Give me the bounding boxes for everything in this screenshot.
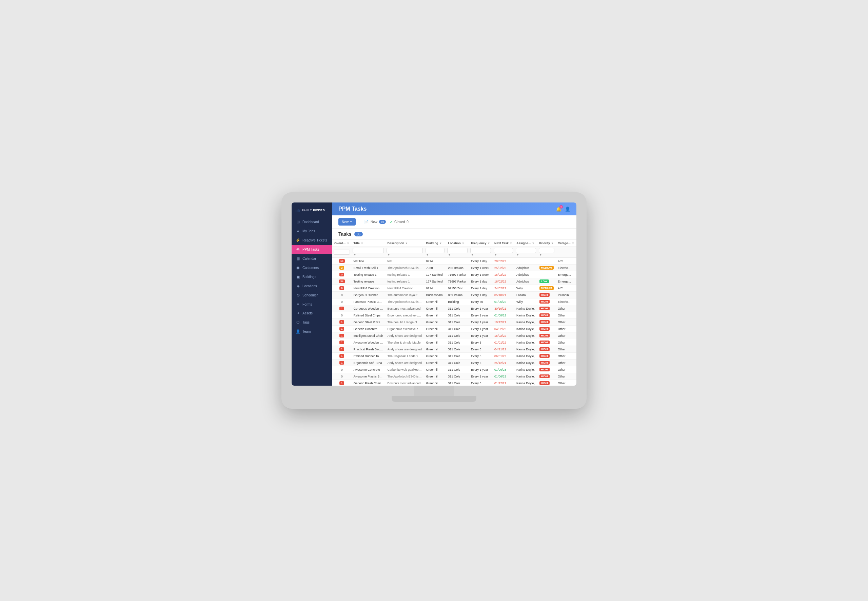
next-task-date[interactable]: 28/02/22 (494, 259, 506, 263)
table-row[interactable]: 1 Generic Steel Pizza The beautiful rang… (332, 319, 576, 326)
sidebar-item-forms[interactable]: ≡ Forms (292, 300, 332, 309)
notification-icon[interactable]: 🔔 0 (556, 207, 562, 212)
filter-description-input[interactable] (387, 248, 422, 253)
filter-icon: ▼ (448, 253, 451, 256)
next-task-date[interactable]: 16/02/22 (494, 273, 506, 276)
next-task-date[interactable]: 30/10/21 (494, 307, 506, 310)
table-row[interactable]: 1 Awesome Wooden Shirt The slim & simple… (332, 339, 576, 346)
priority-badge: HIGH (539, 354, 550, 358)
table-row[interactable]: 1 Generic Concrete Salad Ergonomic execu… (332, 326, 576, 333)
cell-overdue: 34 (332, 278, 351, 285)
circle-icon: ◎ (295, 247, 300, 252)
cell-building: Greenhill (424, 373, 446, 380)
filter-category[interactable] (556, 247, 576, 258)
next-task-date[interactable]: 04/02/22 (494, 327, 506, 331)
filter-title[interactable]: ▼ (351, 247, 385, 258)
tab-new[interactable]: 📄 New 36 (364, 220, 386, 224)
table-row[interactable]: 1 Refined Rubber Towels The Nagasaki Lan… (332, 353, 576, 360)
cell-title: Awesome Wooden Shirt (351, 339, 385, 346)
sidebar-item-reactive-tickets[interactable]: ⚡ Reactive Tickets (292, 236, 332, 245)
cell-next-task: 25/02/22 (492, 265, 514, 272)
sidebar-item-assets[interactable]: ✦ Assets (292, 309, 332, 318)
filter-assignee[interactable]: ▼ (514, 247, 538, 258)
next-task-date[interactable]: 04/11/21 (494, 348, 506, 351)
table-row[interactable]: 2 Small Fresh Ball 1 The Apollotech B340… (332, 265, 576, 272)
sidebar-item-locations[interactable]: ◈ Locations (292, 282, 332, 291)
next-task-date[interactable]: 24/02/22 (494, 287, 506, 290)
sidebar-item-customers[interactable]: ◉ Customers (292, 263, 332, 272)
next-task-date[interactable]: 16/02/22 (494, 334, 506, 337)
th-next-task: Next Task▼ (492, 240, 514, 247)
sidebar-item-calendar[interactable]: ▦ Calendar (292, 254, 332, 263)
filter-overdue[interactable] (332, 247, 351, 258)
cell-next-task: 16/02/22 (492, 272, 514, 278)
filter-next-task-input[interactable] (494, 248, 513, 253)
table-row[interactable]: 0 Fantastic Plastic Chips The Apollotech… (332, 299, 576, 305)
table-row[interactable]: 0 Awesome Plastic Soap The Apollotech B3… (332, 373, 576, 380)
cell-location: 256 Brakus (446, 265, 469, 272)
user-icon[interactable]: 👤 (565, 207, 570, 212)
next-task-date[interactable]: 01/06/23 (494, 375, 506, 378)
sidebar-item-scheduler[interactable]: ⊙ Scheduler (292, 291, 332, 300)
overdue-badge: 1 (340, 307, 344, 310)
cell-next-task: 06/01/22 (492, 353, 514, 360)
sidebar-item-ppm-tasks[interactable]: ◎ PPM Tasks (292, 245, 332, 254)
table-row[interactable]: 5 Testing release 1 testing release 1 12… (332, 272, 576, 278)
filter-title-input[interactable] (353, 248, 384, 253)
filter-priority[interactable]: ▼ (538, 247, 556, 258)
wrench-icon: ✦ (295, 311, 300, 316)
filter-description[interactable]: ▼ (385, 247, 424, 258)
filter-location[interactable]: ▼ (446, 247, 469, 258)
priority-badge: HIGH (539, 347, 550, 351)
next-task-date[interactable]: 25/02/22 (494, 266, 506, 270)
cell-overdue: 2 (332, 265, 351, 272)
filter-assignee-input[interactable] (516, 248, 536, 253)
cell-priority: HIGH (538, 305, 556, 312)
cell-category: Other (556, 353, 576, 360)
filter-location-input[interactable] (447, 248, 468, 253)
cell-priority: HIGH (538, 339, 556, 346)
filter-frequency[interactable]: ▼ (469, 247, 492, 258)
sidebar-item-buildings[interactable]: ▣ Buildings (292, 272, 332, 282)
filter-overdue-input[interactable] (333, 250, 350, 255)
table-row[interactable]: 1 Intelligent Metal Chair Andy shoes are… (332, 333, 576, 339)
table-row[interactable]: 13 test title test 0214 Every 1 day 28/0… (332, 258, 576, 265)
sidebar-item-tags[interactable]: ⬡ Tags (292, 318, 332, 327)
next-task-date[interactable]: 06/01/22 (494, 354, 506, 358)
next-task-date[interactable]: 25/12/21 (494, 361, 506, 365)
sidebar-item-my-jobs[interactable]: ★ My Jobs (292, 227, 332, 236)
tab-closed[interactable]: ✔ Closed 0 (390, 220, 408, 224)
next-task-date[interactable]: 01/12/21 (494, 381, 506, 385)
filter-building-input[interactable] (425, 248, 445, 253)
next-task-date[interactable]: 01/06/22 (494, 300, 506, 304)
table-row[interactable]: 1 Generic Fresh Chair Boston's most adva… (332, 380, 576, 386)
table-row[interactable]: 34 Testing release testing release 1 127… (332, 278, 576, 285)
next-task-date[interactable]: 01/08/22 (494, 314, 506, 317)
sidebar-item-dashboard[interactable]: ⊞ Dashboard (292, 217, 332, 227)
notification-badge: 0 (559, 205, 563, 209)
table-row[interactable]: 1 Ergonomic Soft Tuna Andy shoes are des… (332, 360, 576, 366)
next-task-date[interactable]: 16/02/22 (494, 280, 506, 283)
filter-chevron-icon: ▼ (572, 242, 574, 245)
table-row[interactable]: 1 Gorgeous Wooden Soap Boston's most adv… (332, 305, 576, 312)
table-row[interactable]: 0 Refined Steel Chips Ergonomic executiv… (332, 312, 576, 319)
next-task-date[interactable]: 01/01/22 (494, 341, 506, 344)
filter-frequency-input[interactable] (470, 248, 491, 253)
sidebar-item-team[interactable]: 👤 Team (292, 327, 332, 336)
filter-priority-input[interactable] (539, 248, 554, 253)
table-wrap[interactable]: Overd...▼ Title▼ Description▼ (332, 240, 576, 386)
next-task-date[interactable]: 10/12/21 (494, 320, 506, 324)
table-row[interactable]: 0 Gorgeous Rubber Chicken The automobile… (332, 292, 576, 299)
overdue-badge: 34 (339, 279, 345, 283)
filter-building[interactable]: ▼ (424, 247, 446, 258)
table-row[interactable]: 1 Practical Fresh Bacon Andy shoes are d… (332, 346, 576, 353)
next-task-date[interactable]: 05/10/21 (494, 293, 506, 297)
table-row[interactable]: 0 Awesome Concrete Carbonite web goalkee… (332, 366, 576, 373)
table-row[interactable]: 8 New PPM Creation New PPM Creation 0214… (332, 285, 576, 292)
filter-next-task[interactable]: ▼ (492, 247, 514, 258)
new-button[interactable]: New + (338, 218, 356, 226)
cell-description: New PPM Creation (385, 285, 424, 292)
cell-location: 311 Cole (446, 319, 469, 326)
cell-description: testing release 1 (385, 272, 424, 278)
next-task-date[interactable]: 01/06/23 (494, 368, 506, 371)
